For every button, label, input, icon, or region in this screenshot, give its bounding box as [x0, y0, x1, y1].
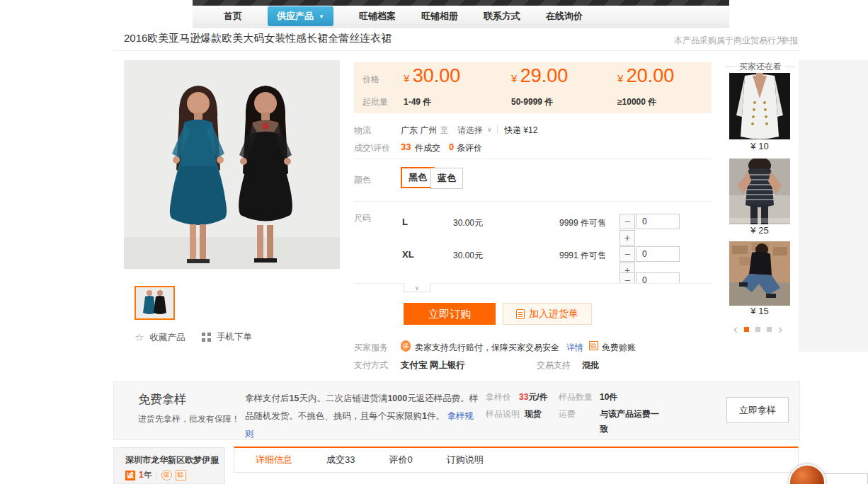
dropdown-arrow-icon: ▼	[319, 13, 324, 20]
pager-dot-2[interactable]	[755, 327, 760, 332]
nav-supply-products[interactable]: 供应产品 ▼	[268, 6, 333, 26]
pager-prev-icon[interactable]: ‹	[733, 324, 738, 334]
destination-select[interactable]: 请选择	[457, 125, 483, 137]
pager-dot-1[interactable]	[744, 327, 749, 332]
size-row-XL: XL 30.00元 9991 件可售 − +	[354, 239, 712, 272]
payment-label: 支付方式	[354, 359, 388, 371]
divider	[354, 201, 712, 202]
divider	[497, 125, 498, 134]
get-sample-button[interactable]: 立即拿样	[726, 397, 789, 423]
sample-price-value: 33元/件	[519, 391, 548, 403]
sample-description: 拿样支付后15天内。二次店铺进货满1000元返还样品费。样品随机发货。不挑色、挑…	[245, 390, 480, 443]
sample-ship-label: 运费	[559, 408, 576, 420]
pager-next-icon[interactable]: ›	[778, 324, 782, 334]
related-product-3-price: ¥ 15	[729, 306, 790, 316]
add-to-cart-button[interactable]: 加入进货单	[503, 303, 592, 325]
related-product-1[interactable]	[729, 73, 790, 142]
moq-tier-2: 50-9999 件	[511, 96, 553, 108]
qr-code-icon	[202, 333, 211, 342]
deals-count-suffix[interactable]: 件成交	[415, 142, 440, 154]
sample-qty-label: 样品数量	[559, 391, 593, 403]
order-now-button[interactable]: 立即订购	[404, 303, 496, 325]
purchase-notice: 本产品采购属于商业贸易行为	[674, 35, 784, 47]
payment-methods: 支付宝 网上银行	[401, 359, 465, 371]
favorite-product[interactable]: ☆ 收藏产品	[135, 331, 185, 344]
nav-shop-album[interactable]: 旺铺相册	[421, 10, 458, 23]
expand-sizes-button[interactable]: ∨	[404, 283, 430, 292]
nav-contact[interactable]: 联系方式	[484, 10, 520, 23]
color-option-blue[interactable]: 蓝色	[430, 168, 463, 189]
sidebar-pager: ‹ ›	[733, 324, 782, 334]
mobile-order-label: 手机下单	[217, 331, 252, 343]
chevron-down-icon[interactable]: ∨	[487, 126, 492, 133]
also-viewing-header: 买家还在看	[725, 61, 796, 73]
chevron-down-icon: ∨	[415, 284, 420, 292]
divider	[354, 159, 712, 159]
size-row-L: L 30.00元 9999 件可售 − +	[354, 207, 712, 239]
minus-button[interactable]: −	[619, 214, 635, 229]
yen-symbol: ¥	[511, 72, 517, 84]
detail-tabs: 详细信息 成交33 评价0 订购说明	[234, 446, 799, 473]
trade-support-label: 交易支持	[537, 359, 571, 371]
divider: |	[156, 471, 158, 480]
quantity-input[interactable]	[636, 214, 680, 229]
nav-shop-profile[interactable]: 旺铺档案	[359, 10, 396, 23]
add-to-cart-label: 加入进货单	[529, 308, 578, 321]
quantity-input[interactable]	[636, 272, 680, 283]
yen-symbol: ¥	[404, 72, 409, 84]
integrity-badge-icon: 诚	[125, 471, 135, 480]
price-label: 价格	[362, 74, 379, 86]
tab-deals[interactable]: 成交33	[326, 454, 355, 466]
review-count-suffix[interactable]: 条评价	[457, 142, 482, 154]
tab-detail-info[interactable]: 详细信息	[256, 454, 292, 466]
guarantee-detail-link[interactable]: 详情	[566, 342, 583, 354]
tab-reviews[interactable]: 评价0	[389, 454, 412, 466]
sample-title: 免费拿样	[138, 391, 186, 408]
top-banner-stripe	[193, 0, 729, 6]
nav-inquiry[interactable]: 在线询价	[546, 10, 583, 23]
minus-button[interactable]: −	[619, 272, 635, 283]
store-name[interactable]: 深圳市龙华新区欧梦伊服...	[125, 454, 219, 466]
price-tier-1: ¥ 30.00	[404, 65, 460, 87]
size-stock: 9999 件可售	[559, 217, 606, 229]
sample-subtitle: 进货先拿样，批发有保障！	[138, 413, 240, 425]
mobile-order[interactable]: 手机下单	[202, 331, 252, 343]
store-badges: 诚 1年 | 保 赊	[125, 469, 186, 481]
size-row-3: −	[354, 272, 712, 283]
report-link[interactable]: 举报	[781, 35, 798, 47]
minus-button[interactable]: −	[619, 246, 635, 262]
moq-tier-1: 1-49 件	[404, 96, 431, 108]
deals-label: 成交\评价	[354, 142, 390, 154]
clipboard-icon	[516, 309, 525, 319]
price-tier-2: ¥ 29.00	[511, 65, 568, 87]
store-card: 深圳市龙华新区欧梦伊服... 诚 1年 | 保 赊	[113, 447, 225, 484]
quantity-input[interactable]	[636, 246, 680, 262]
title-divider	[113, 50, 800, 51]
nav-home[interactable]: 首页	[224, 10, 242, 23]
related-product-2[interactable]	[729, 159, 790, 227]
moq-tier-3: ≥10000 件	[617, 96, 656, 108]
services-label: 买家服务	[354, 342, 388, 354]
credit-icon: 赊	[589, 341, 598, 350]
pager-dot-3[interactable]	[767, 327, 772, 332]
star-icon: ☆	[135, 331, 144, 344]
product-page: 首页 供应产品 ▼ 旺铺档案 旺铺相册 联系方式 在线询价 2016欧美亚马逊爆…	[0, 0, 868, 484]
size-table: L 30.00元 9999 件可售 − + XL 30.00元 9991 件可售…	[354, 205, 712, 283]
sample-ship-value: 与该产品运费一致	[600, 407, 663, 437]
sample-note-value: 现货	[525, 408, 542, 420]
favorite-label: 收藏产品	[149, 332, 185, 344]
product-thumbnail[interactable]	[135, 286, 175, 320]
sample-qty-value: 10件	[600, 391, 617, 403]
color-label: 颜色	[354, 174, 371, 186]
sidebar-background	[799, 60, 868, 352]
tab-order-notes[interactable]: 订购说明	[447, 454, 484, 466]
deals-count: 33	[401, 142, 411, 152]
product-image[interactable]	[124, 60, 340, 269]
price-box: 价格 ¥ 30.00 ¥ 29.00 ¥ 20.00 起批量 1-49 件 50…	[354, 62, 712, 113]
guarantee-medal-icon: 保	[161, 470, 172, 480]
color-option-black[interactable]: 黑色	[401, 167, 435, 188]
credit-medal-icon: 赊	[176, 470, 186, 480]
price-tier-3: ¥ 20.00	[617, 65, 674, 87]
logistics-origin: 广东 广州	[401, 125, 437, 137]
related-product-3[interactable]	[729, 241, 790, 309]
